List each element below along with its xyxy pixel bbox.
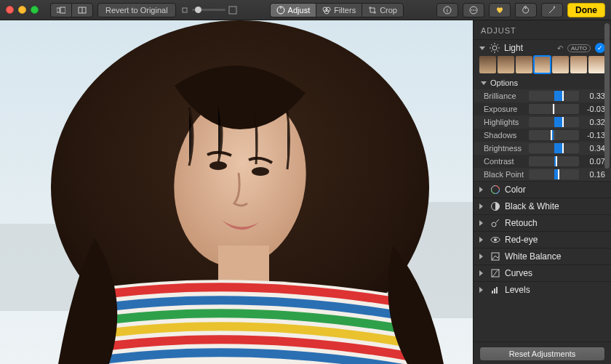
section-white-balance: White Balance <box>474 248 611 264</box>
svg-rect-45 <box>496 287 498 294</box>
slider-contrast[interactable]: Contrast0.07 <box>474 155 611 168</box>
minimize-window-button[interactable] <box>18 6 26 14</box>
auto-enhance-button[interactable] <box>541 3 563 17</box>
tab-filters[interactable]: Filters <box>316 3 362 17</box>
svg-point-16 <box>475 9 476 11</box>
svg-point-24 <box>209 161 227 170</box>
section-light-header[interactable]: Light ↶ AUTO ✓ <box>474 40 611 56</box>
slider-track[interactable] <box>529 104 579 114</box>
zoom-control[interactable] <box>180 6 237 15</box>
slider-brilliance[interactable]: Brilliance0.33 <box>474 89 611 102</box>
disclosure-closed-icon <box>479 187 486 193</box>
undo-light-icon[interactable]: ↶ <box>557 44 563 52</box>
heart-icon <box>495 6 504 15</box>
tab-filters-label: Filters <box>334 6 356 15</box>
svg-line-31 <box>491 44 492 46</box>
tab-crop[interactable]: Crop <box>362 3 404 17</box>
revert-to-original-button[interactable]: Revert to Original <box>97 3 176 17</box>
light-preset-6[interactable] <box>570 56 587 73</box>
thumbnails-icon <box>57 6 65 15</box>
light-preset-1[interactable] <box>479 56 496 73</box>
svg-rect-1 <box>60 7 65 13</box>
light-preset-5[interactable] <box>552 56 569 73</box>
slider-brightness[interactable]: Brightness0.34 <box>474 142 611 155</box>
close-window-button[interactable] <box>6 6 14 14</box>
section-label: Levels <box>505 285 605 295</box>
favorite-button[interactable] <box>489 3 511 17</box>
light-preset-thumbnails <box>474 56 611 76</box>
light-options-header[interactable]: Options <box>474 76 611 89</box>
done-button[interactable]: Done <box>567 3 605 17</box>
sidebar-title: ADJUST <box>474 20 611 39</box>
slider-black-point[interactable]: Black Point0.16 <box>474 168 611 181</box>
slider-label: Shadows <box>484 131 526 139</box>
section-black-white-header[interactable]: Black & White <box>474 198 611 214</box>
slider-label: Brightness <box>484 144 526 153</box>
section-red-eye: Red-eye <box>474 231 611 248</box>
reset-adjustments-button[interactable]: Reset Adjustments <box>479 347 605 361</box>
section-color-header[interactable]: Color <box>474 182 611 198</box>
svg-rect-44 <box>494 288 495 294</box>
svg-point-14 <box>471 9 473 11</box>
tab-adjust[interactable]: Adjust <box>270 3 316 17</box>
window-controls <box>6 6 39 14</box>
slider-exposure[interactable]: Exposure-0.03 <box>474 102 611 116</box>
section-label: Color <box>505 185 605 195</box>
zoom-slider-track[interactable] <box>192 9 225 11</box>
zoom-slider-knob[interactable] <box>195 7 201 13</box>
slider-shadows[interactable]: Shadows-0.13 <box>474 129 611 142</box>
svg-rect-43 <box>492 291 493 294</box>
reset-wrap: Reset Adjustments <box>474 341 611 364</box>
wand-icon <box>548 6 556 15</box>
slider-track[interactable] <box>529 156 579 166</box>
adjust-dial-icon <box>276 6 285 15</box>
disclosure-closed-icon <box>479 220 486 226</box>
more-button[interactable] <box>463 3 484 17</box>
light-preset-2[interactable] <box>498 56 514 73</box>
slider-track[interactable] <box>529 143 579 153</box>
section-curves: Curves <box>474 264 611 281</box>
svg-rect-0 <box>57 8 60 12</box>
slider-track[interactable] <box>529 91 579 101</box>
slider-label: Highlights <box>484 118 526 126</box>
slider-highlights[interactable]: Highlights0.32 <box>474 116 611 129</box>
toggle-thumbnails-button[interactable] <box>50 3 71 17</box>
light-preset-4[interactable] <box>534 56 551 73</box>
section-red-eye-header[interactable]: Red-eye <box>474 232 611 248</box>
light-options-label: Options <box>490 78 518 87</box>
slider-track[interactable] <box>529 117 579 127</box>
sidebar-scrollbar[interactable] <box>602 20 611 364</box>
scrollbar-thumb[interactable] <box>604 23 610 169</box>
red-eye-icon <box>490 235 500 245</box>
svg-point-40 <box>494 238 497 241</box>
section-light-label: Light <box>504 43 553 53</box>
svg-point-37 <box>492 222 496 227</box>
section-retouch-header[interactable]: Retouch <box>474 215 611 231</box>
light-icon <box>490 43 500 53</box>
auto-light-button[interactable]: AUTO <box>567 44 591 52</box>
light-preset-3[interactable] <box>516 56 532 73</box>
section-label: Retouch <box>505 218 605 228</box>
svg-line-17 <box>549 8 554 13</box>
info-button[interactable]: i <box>436 3 458 17</box>
section-label: Black & White <box>505 201 605 211</box>
slider-label: Black Point <box>484 170 526 179</box>
fullscreen-window-button[interactable] <box>31 6 39 14</box>
more-icon <box>469 6 478 15</box>
section-white-balance-header[interactable]: White Balance <box>474 248 611 264</box>
photo-canvas[interactable] <box>0 20 473 364</box>
sidebar-scroll: Light ↶ AUTO ✓ Options <box>474 39 611 341</box>
slider-track[interactable] <box>529 130 579 140</box>
section-color: Color <box>474 181 611 198</box>
svg-point-26 <box>492 46 497 50</box>
svg-rect-5 <box>229 7 236 14</box>
adjust-sidebar: ADJUST Light ↶ AUTO ✓ <box>473 20 611 364</box>
slider-track[interactable] <box>529 169 579 179</box>
section-curves-header[interactable]: Curves <box>474 265 611 281</box>
image-small-icon <box>180 6 189 15</box>
rotate-button[interactable] <box>515 3 537 17</box>
section-levels-header[interactable]: Levels <box>474 282 611 298</box>
toggle-split-button[interactable] <box>71 3 93 17</box>
rotate-ccw-icon <box>522 6 530 15</box>
svg-rect-4 <box>183 8 187 12</box>
